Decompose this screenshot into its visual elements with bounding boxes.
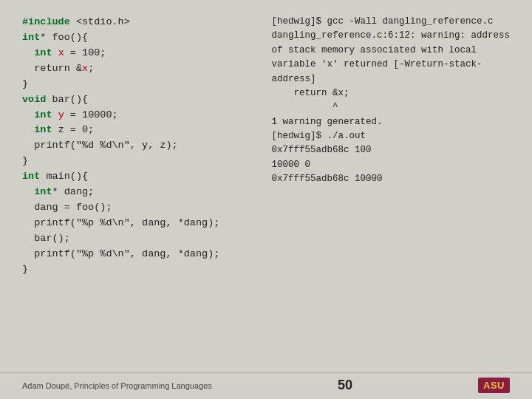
content-area: #include <stdio.h> int* foo(){ int x = 1… [0,0,532,372]
code-line-6: void bar(){ [22,92,256,108]
terminal-line-2: dangling_reference.c:6:12: warning: addr… [271,29,510,43]
slide: #include <stdio.h> int* foo(){ int x = 1… [0,0,532,399]
footer: Adam Doupé, Principles of Programming La… [0,372,532,399]
code-line-14: printf("%p %d\n", dang, *dang); [22,216,256,231]
code-line-5: } [22,77,256,92]
terminal-line-10: 0x7fff55adb68c 100 [271,143,510,157]
terminal-line-8: 1 warning generated. [271,115,510,129]
code-line-13: dang = foo(); [22,200,256,216]
code-line-17: } [22,262,256,278]
terminal-panel: [hedwig]$ gcc -Wall dangling_reference.c… [271,15,510,365]
code-line-3: int x = 100; [22,46,256,61]
code-line-16: printf("%p %d\n", dang, *dang); [22,247,256,262]
code-line-15: bar(); [22,231,256,247]
terminal-line-5: address] [271,72,510,86]
code-line-8: int z = 0; [22,123,256,138]
code-line-12: int* dang; [22,185,256,200]
code-line-2: int* foo(){ [22,30,256,46]
terminal-line-3: of stack memory associated with local [271,44,510,58]
code-panel: #include <stdio.h> int* foo(){ int x = 1… [22,15,256,365]
asu-logo: ASU [478,378,510,393]
code-line-1: #include <stdio.h> [22,15,256,30]
code-line-7: int y = 10000; [22,108,256,123]
code-line-10: } [22,154,256,169]
terminal-line-1: [hedwig]$ gcc -Wall dangling_reference.c [271,15,510,29]
footer-credit: Adam Doupé, Principles of Programming La… [22,381,212,390]
terminal-line-6: return &x; [271,86,510,100]
footer-page-number: 50 [338,378,352,393]
terminal-line-12: 0x7fff55adb68c 10000 [271,172,510,186]
code-line-4: return &x; [22,61,256,77]
terminal-line-11: 10000 0 [271,158,510,172]
terminal-line-4: variable 'x' returned [-Wreturn-stack- [271,58,510,72]
terminal-line-9: [hedwig]$ ./a.out [271,129,510,143]
terminal-line-7: ^ [271,100,510,115]
code-line-9: printf("%d %d\n", y, z); [22,138,256,154]
code-line-11: int main(){ [22,169,256,185]
